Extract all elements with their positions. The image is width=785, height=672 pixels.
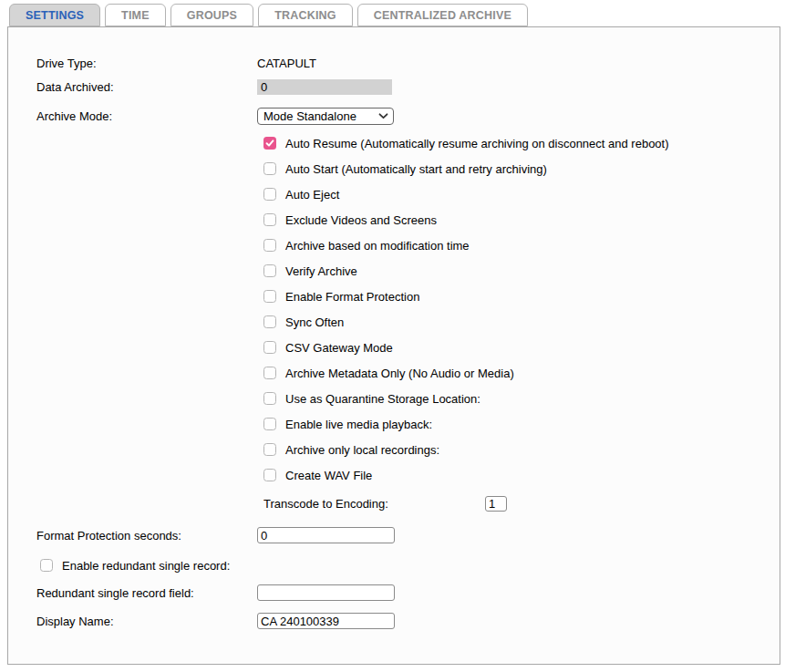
checkbox-label: Auto Resume (Automatically resume archiv… (285, 137, 669, 150)
data-archived-label: Data Archived: (36, 80, 257, 94)
archive-mode-select[interactable]: Mode Standalone (257, 108, 394, 125)
format-protection-row: Format Protection seconds: (36, 526, 395, 544)
checkbox-row: Auto Start (Automatically start and retr… (263, 156, 669, 181)
tab-label: GROUPS (187, 9, 237, 22)
drive-type-row: Drive Type: CATAPULT (36, 54, 316, 72)
tab[interactable]: GROUPS (170, 4, 253, 26)
checkbox[interactable] (263, 162, 276, 175)
checkbox-label: Exclude Videos and Screens (285, 213, 437, 227)
data-archived-row: Data Archived: 0 (36, 78, 392, 96)
checkbox-row: Archive only local recordings: (263, 437, 669, 462)
checkbox-row: Enable Format Protection (263, 284, 669, 309)
display-name-row: Display Name: (36, 612, 395, 630)
checkbox[interactable] (263, 239, 276, 252)
tab[interactable]: TIME (105, 4, 166, 26)
checkbox-label: Archive based on modification time (285, 239, 470, 253)
archive-mode-selected-value: Mode Standalone (263, 109, 356, 123)
checkbox[interactable] (263, 367, 276, 379)
checkbox-label: Create WAV File (285, 469, 372, 482)
transcode-label: Transcode to Encoding: (263, 497, 485, 511)
checkbox[interactable] (263, 188, 276, 201)
checkbox[interactable] (263, 315, 276, 328)
checkbox-label: Sync Often (285, 315, 344, 329)
tab-label: TIME (121, 9, 150, 22)
checkbox-label: Auto Eject (285, 188, 339, 202)
enable-redundant-row: Enable redundant single record: (40, 556, 230, 574)
checkbox-label: Use as Quarantine Storage Location: (285, 392, 480, 406)
redundant-field-label: Redundant single record field: (36, 586, 257, 600)
checkbox-label: Enable Format Protection (285, 290, 419, 304)
format-protection-label: Format Protection seconds: (36, 529, 257, 543)
checkbox-row: Archive Metadata Only (No Audio or Media… (263, 360, 669, 386)
checkbox[interactable] (263, 418, 276, 430)
enable-redundant-checkbox[interactable] (40, 559, 53, 572)
tab-label: TRACKING (274, 9, 336, 22)
checkbox-label: Archive Metadata Only (No Audio or Media… (285, 367, 514, 380)
checkbox[interactable] (263, 469, 276, 481)
check-icon (265, 139, 274, 148)
tab-label: CENTRALIZED ARCHIVE (374, 9, 511, 22)
tab[interactable]: TRACKING (258, 4, 353, 26)
checkbox-row: Use as Quarantine Storage Location: (263, 386, 669, 411)
format-protection-input[interactable] (257, 527, 395, 543)
checkbox-row: Exclude Videos and Screens (263, 207, 669, 233)
display-name-input[interactable] (257, 613, 395, 629)
checkbox-list: Auto Resume (Automatically resume archiv… (263, 130, 669, 516)
chevron-down-icon (378, 113, 388, 119)
checkbox[interactable] (263, 264, 276, 277)
checkbox-row: CSV Gateway Mode (263, 335, 669, 360)
redundant-field-input[interactable] (257, 584, 395, 601)
transcode-row: Transcode to Encoding: (263, 491, 669, 516)
checkbox-label: Archive only local recordings: (285, 443, 439, 457)
checkbox-label: Verify Archive (285, 264, 357, 278)
archive-mode-row: Archive Mode: Mode Standalone (36, 107, 394, 125)
checkbox-label: Enable live media playback: (285, 418, 432, 431)
checkbox-row: Sync Often (263, 309, 669, 335)
checkbox[interactable] (263, 392, 276, 405)
settings-panel: Drive Type: CATAPULT Data Archived: 0 Ar… (7, 26, 780, 665)
redundant-field-row: Redundant single record field: (36, 584, 395, 602)
transcode-input[interactable] (485, 496, 507, 512)
checkbox[interactable] (263, 341, 276, 354)
tab[interactable]: CENTRALIZED ARCHIVE (357, 4, 528, 26)
checkbox-label: CSV Gateway Mode (285, 341, 393, 355)
checkbox-row: Verify Archive (263, 258, 669, 284)
enable-redundant-label: Enable redundant single record: (62, 559, 230, 573)
checkbox-row: Auto Resume (Automatically resume archiv… (263, 130, 669, 156)
drive-type-label: Drive Type: (36, 57, 257, 70)
tab[interactable]: SETTINGS (9, 4, 100, 26)
checkbox-row: Auto Eject (263, 181, 669, 207)
tab-bar: SETTINGS TIME GROUPS TRACKING CENTRALIZE… (9, 4, 528, 26)
checkbox-row: Archive based on modification time (263, 233, 669, 258)
checkbox[interactable] (263, 137, 276, 150)
checkbox-label: Auto Start (Automatically start and retr… (285, 162, 547, 176)
data-archived-value: 0 (261, 80, 267, 94)
drive-type-value: CATAPULT (257, 57, 316, 70)
checkbox[interactable] (263, 290, 276, 303)
checkbox-row: Enable live media playback: (263, 411, 669, 437)
tab-label: SETTINGS (26, 9, 84, 22)
checkbox[interactable] (263, 443, 276, 456)
display-name-label: Display Name: (36, 615, 257, 628)
data-archived-field: 0 (257, 79, 392, 95)
archive-mode-label: Archive Mode: (36, 109, 257, 123)
checkbox[interactable] (263, 213, 276, 226)
checkbox-row: Create WAV File (263, 462, 669, 488)
